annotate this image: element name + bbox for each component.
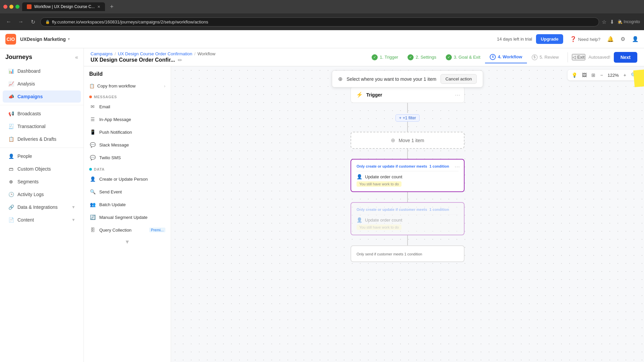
build-send-event[interactable]: 🔍 Send Event	[84, 185, 171, 198]
trial-badge: 14 days left in trial	[497, 37, 532, 42]
scroll-more-indicator: ▼	[84, 236, 171, 248]
breadcrumb-campaign-name[interactable]: UX Design Course Order Confirmation	[118, 51, 192, 56]
sidebar-divider	[0, 105, 84, 105]
ssl-icon: 🔒	[45, 20, 50, 24]
zoom-in-btn[interactable]: +	[622, 71, 628, 79]
trigger-node-label: Trigger	[366, 92, 382, 98]
sidebar-item-activity-logs[interactable]: 🕒 Activity Logs	[3, 188, 81, 200]
breadcrumb-campaigns[interactable]: Campaigns	[91, 51, 113, 56]
sidebar-item-analysis[interactable]: 📈 Analysis	[3, 78, 81, 90]
sidebar-item-segments[interactable]: ⊕ Segments	[3, 176, 81, 188]
browser-titlebar: Workflow | UX Design Course C... ✕ +	[0, 0, 644, 13]
sidebar-item-custom-objects[interactable]: 🗃 Custom Objects	[3, 163, 81, 175]
sidebar-item-label: Deliveries & Drafts	[17, 136, 56, 142]
build-email[interactable]: ✉ Email	[84, 100, 171, 113]
step-goal[interactable]: ✓ 3. Goal & Exit	[441, 51, 485, 63]
close-window-btn[interactable]	[3, 5, 7, 9]
arrow-right-icon: ›	[164, 84, 165, 88]
transactional-icon: 🧾	[8, 124, 14, 129]
node-more-icon-1[interactable]: ⋯	[454, 164, 460, 170]
step-trigger[interactable]: ✓ 1. Trigger	[367, 51, 403, 63]
person-label-2: Update order count	[365, 218, 402, 223]
sidebar-item-data-integrations[interactable]: 🔗 Data & Integrations ▼	[3, 201, 81, 213]
new-tab-btn[interactable]: +	[108, 3, 116, 11]
condition-link[interactable]: 1 condition	[429, 164, 449, 168]
copy-from-workflow-btn[interactable]: 📋 Copy from workflow ›	[84, 80, 171, 92]
edit-title-btn[interactable]: ✏	[178, 57, 182, 63]
url-bar[interactable]: 🔒 fly.customer.io/workspaces/160831/jour…	[40, 17, 599, 26]
work-badge-2: You still have work to do	[357, 225, 401, 230]
premium-badge: Premi...	[149, 228, 165, 232]
step-review[interactable]: 5 5. Review	[527, 51, 564, 63]
build-manual-segment[interactable]: 🔄 Manual Segment Update	[84, 211, 171, 224]
sidebar-item-deliveries[interactable]: 📋 Deliveries & Drafts	[3, 133, 81, 145]
sidebar-item-people[interactable]: 👤 People	[3, 150, 81, 162]
forward-btn[interactable]: →	[16, 17, 25, 26]
slack-label: Slack Message	[99, 142, 129, 147]
node-condition-1: Only create or update if customer meets …	[357, 164, 459, 168]
work-badge-1: You still have work to do	[357, 181, 401, 187]
copy-label: Copy from workflow	[97, 83, 136, 88]
build-in-app[interactable]: ☰ In-App Message	[84, 113, 171, 126]
condition-link-2[interactable]: 1 condition	[429, 207, 449, 212]
image-icon[interactable]: 🖼	[581, 71, 588, 79]
sidebar-item-campaigns[interactable]: 📣 Campaigns	[3, 90, 81, 103]
workflow-canvas[interactable]: ⊕ Select where you want to move your 1 i…	[171, 66, 644, 362]
step-settings[interactable]: ✓ 2. Settings	[403, 51, 441, 63]
sidebar-item-label: Segments	[17, 179, 39, 184]
trigger-node[interactable]: ⚡ Trigger ⋯	[351, 86, 465, 103]
move-banner-text: Select where you want to move your 1 ite…	[346, 76, 436, 82]
build-slack[interactable]: 💬 Slack Message	[84, 138, 171, 151]
sidebar-item-transactional[interactable]: 🧾 Transactional	[3, 120, 81, 132]
lightbulb-icon[interactable]: 💡	[570, 71, 579, 79]
custom-objects-icon: 🗃	[8, 166, 14, 172]
breadcrumb: Campaigns / UX Design Course Order Confi…	[91, 51, 215, 56]
filter-btn[interactable]: + +1 filter	[395, 114, 420, 122]
node-condition-2: Only create or update if customer meets …	[357, 207, 459, 212]
next-btn[interactable]: Next	[614, 52, 637, 63]
action-node-2[interactable]: Only create or update if customer meets …	[351, 202, 465, 235]
move-node[interactable]: ⊕ Move 1 item	[351, 132, 465, 149]
build-query-collection[interactable]: 🗄 Query Collection Premi...	[84, 224, 171, 236]
refresh-btn[interactable]: ↻	[28, 17, 38, 26]
sidebar-item-label: Custom Objects	[17, 166, 51, 172]
sidebar-item-dashboard[interactable]: 📊 Dashboard	[3, 65, 81, 77]
workspace-name[interactable]: UXDesign Marketing ▼	[20, 37, 70, 42]
sidebar-collapse-btn[interactable]: «	[75, 54, 78, 60]
step-goal-label: 3. Goal & Exit	[454, 55, 480, 60]
step-workflow[interactable]: 4 4. Workflow	[485, 51, 527, 63]
action-node-1[interactable]: Only create or update if customer meets …	[351, 159, 465, 192]
push-label: Push Notification	[99, 130, 132, 135]
sidebar-item-label: Content	[17, 217, 34, 223]
upgrade-button[interactable]: Upgrade	[536, 34, 563, 44]
maximize-window-btn[interactable]	[15, 5, 19, 9]
cancel-action-btn[interactable]: Cancel action	[440, 74, 477, 84]
help-btn[interactable]: ❓ Need help?	[570, 36, 600, 42]
email-label: Email	[99, 104, 110, 109]
download-btn[interactable]: ⬇	[610, 19, 614, 25]
build-batch-update[interactable]: 👥 Batch Update	[84, 198, 171, 211]
minimize-window-btn[interactable]	[9, 5, 13, 9]
tab-close-btn[interactable]: ✕	[97, 5, 100, 9]
sticky-note[interactable]	[633, 69, 644, 87]
bookmark-btn[interactable]: ☆	[602, 19, 606, 25]
steps-and-actions: ✓ 1. Trigger ✓ 2. Settings ✓ 3. Goal & E…	[367, 51, 637, 63]
layout-icon[interactable]: ⊞	[590, 71, 597, 79]
exit-btn[interactable]: ◁ Exit	[572, 54, 585, 60]
zoom-out-btn[interactable]: −	[599, 71, 604, 79]
back-btn[interactable]: ←	[4, 17, 13, 26]
connector-4	[407, 192, 408, 202]
sidebar-item-broadcasts[interactable]: 📢 Broadcasts	[3, 108, 81, 120]
email-icon: ✉	[89, 103, 96, 110]
build-create-person[interactable]: 👤 Create or Update Person	[84, 173, 171, 185]
autosaved-label: Autosaved!	[589, 55, 610, 60]
send-node[interactable]: Only send if customer meets 1 condition	[351, 245, 465, 262]
build-push[interactable]: 📱 Push Notification	[84, 126, 171, 138]
build-twilio[interactable]: 💬 Twilio SMS	[84, 151, 171, 164]
settings-btn[interactable]: ⚙	[621, 36, 625, 42]
sidebar-item-content[interactable]: 📄 Content ▼	[3, 214, 81, 226]
notifications-btn[interactable]: 🔔	[607, 36, 614, 42]
avatar[interactable]: 👤	[632, 36, 639, 42]
browser-tab[interactable]: Workflow | UX Design Course C... ✕	[22, 2, 105, 11]
node-more-icon[interactable]: ⋯	[455, 92, 460, 98]
